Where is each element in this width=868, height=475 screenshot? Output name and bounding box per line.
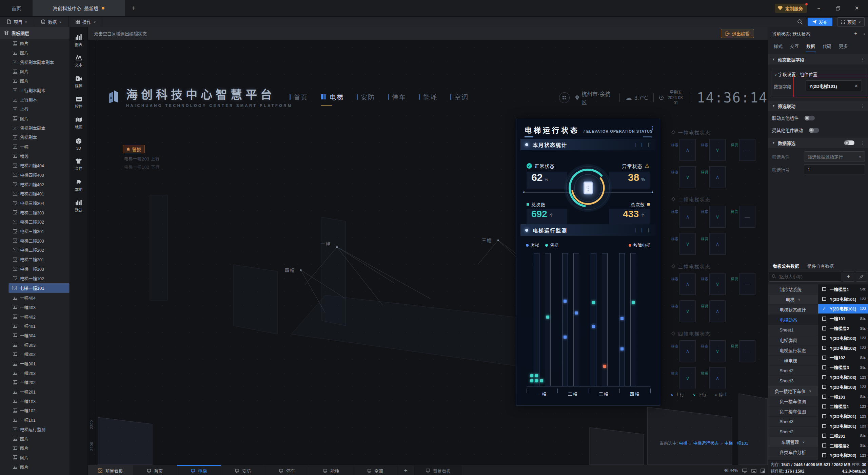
field-row[interactable]: 一幢102Str. bbox=[818, 353, 868, 363]
elevator-card[interactable]: ∧ bbox=[679, 139, 696, 161]
elevator-card[interactable]: ∨ bbox=[679, 300, 696, 322]
checkbox-icon[interactable] bbox=[822, 375, 826, 379]
layer-item[interactable]: 一幢301 bbox=[0, 359, 70, 368]
elevator-card[interactable]: ∨ bbox=[709, 206, 726, 228]
breadcrumb-item[interactable]: 电梯运行状态 bbox=[693, 441, 718, 446]
field-row[interactable]: 一幢楼层3Str. bbox=[818, 362, 868, 372]
elevator-card[interactable]: — bbox=[739, 340, 755, 362]
maximize-button[interactable] bbox=[831, 0, 845, 16]
layer-item[interactable]: 电梯二幢202 bbox=[0, 245, 70, 255]
datasource-item[interactable]: Sheet1 bbox=[768, 325, 818, 335]
link-others-toggle[interactable] bbox=[805, 116, 815, 120]
layer-item[interactable]: 电梯一幢101 bbox=[8, 283, 70, 293]
widget-3D[interactable]: 3D bbox=[70, 134, 87, 154]
layer-item[interactable]: 电梯三幢303 bbox=[0, 208, 70, 217]
page-tab-安防[interactable]: 安防 bbox=[221, 465, 265, 475]
screen-nav-安防[interactable]: 安防 bbox=[357, 92, 375, 101]
minimize-button[interactable]: − bbox=[812, 0, 826, 16]
layer-item[interactable]: 图片 bbox=[0, 76, 70, 86]
checkbox-icon[interactable] bbox=[822, 453, 826, 457]
layer-item[interactable]: A上行副本 bbox=[0, 95, 70, 104]
search-icon[interactable] bbox=[797, 19, 803, 25]
add-datasource-button[interactable]: + bbox=[843, 271, 854, 282]
field-row[interactable]: Y(2D电梯102)123 bbox=[818, 343, 868, 353]
elevator-card[interactable]: ∨ bbox=[679, 367, 696, 389]
layer-item[interactable]: 横线 bbox=[0, 151, 70, 161]
layer-item[interactable]: 电梯一幢103 bbox=[0, 264, 70, 274]
menu-data[interactable]: 数据∨ bbox=[34, 17, 68, 27]
elevator-card[interactable]: — bbox=[739, 273, 755, 295]
field-row[interactable]: Y(3D电梯101)123 bbox=[818, 294, 868, 304]
datasource-item[interactable]: 电梯状态统计 bbox=[768, 305, 818, 315]
layer-item[interactable]: 一幢302 bbox=[0, 349, 70, 359]
layer-item[interactable]: 一幢202 bbox=[0, 378, 70, 387]
layer-item[interactable]: 一幢303 bbox=[0, 340, 70, 349]
checkbox-icon[interactable] bbox=[822, 346, 826, 350]
field-row[interactable]: 一幢楼层1Str. bbox=[818, 284, 868, 294]
inspector-tab-交互[interactable]: 交互 bbox=[786, 42, 803, 52]
layer-item[interactable]: 一幢101 bbox=[0, 415, 70, 425]
field-row[interactable]: Y(3D电梯103)123 bbox=[818, 372, 868, 382]
field-row[interactable]: Y(3D电梯202)123 bbox=[818, 451, 868, 460]
datasource-item[interactable]: 负二楼车位图 bbox=[768, 406, 818, 417]
layer-item[interactable]: 一幢201 bbox=[0, 387, 70, 397]
screen-nav-能耗[interactable]: 能耗 bbox=[419, 92, 437, 101]
layer-item[interactable]: 一幢103 bbox=[0, 396, 70, 406]
close-button[interactable]: ✕ bbox=[850, 0, 864, 16]
expand-states-button[interactable]: › bbox=[864, 31, 865, 36]
tab-project[interactable]: 海创科技中心_最新版 bbox=[33, 0, 125, 16]
layer-item[interactable]: 一幢404 bbox=[0, 293, 70, 303]
widget-地图[interactable]: 地图 bbox=[70, 113, 87, 133]
field-row[interactable]: Y(3D电梯201)123 bbox=[818, 411, 868, 421]
elevator-operation-panel[interactable]: 电梯运行状态 / ELEVATOR OPERATION STATUS ⋮ 本月状… bbox=[516, 119, 660, 406]
tab-home[interactable]: 首页 bbox=[0, 0, 33, 16]
field-row[interactable]: Y(3D电梯102)123 bbox=[818, 333, 868, 343]
datasource-item[interactable]: 电梯运行状态 bbox=[768, 345, 818, 356]
layer-item[interactable]: 一幢203 bbox=[0, 368, 70, 378]
checkbox-icon[interactable] bbox=[822, 414, 826, 418]
elevator-card[interactable]: ∨ bbox=[679, 233, 696, 255]
page-tab-电梯[interactable]: 电梯 bbox=[177, 465, 221, 475]
add-state-button[interactable]: + bbox=[854, 31, 857, 37]
layer-item[interactable]: 电梯四幢401 bbox=[0, 189, 70, 198]
checkbox-icon[interactable] bbox=[822, 404, 826, 408]
layer-item[interactable]: 一幢403 bbox=[0, 303, 70, 312]
elevator-card[interactable]: ∧ bbox=[709, 233, 726, 255]
kebab-menu-icon[interactable]: ⋮ bbox=[861, 57, 865, 62]
field-row[interactable]: 一幢101Str. bbox=[818, 314, 868, 323]
checkbox-icon[interactable] bbox=[822, 395, 826, 399]
background-board-button[interactable]: 背景看板 bbox=[414, 465, 462, 475]
inspector-tab-数据[interactable]: 数据 bbox=[803, 42, 819, 52]
elevator-card[interactable]: ∨ bbox=[709, 139, 726, 161]
datasource-item[interactable]: Sheet3 bbox=[768, 376, 818, 386]
elevator-card[interactable]: ∧ bbox=[709, 300, 726, 322]
datasource-item[interactable]: Sheet2 bbox=[768, 366, 818, 376]
inspector-tab-代码[interactable]: 代码 bbox=[819, 42, 835, 52]
datasource-item[interactable]: 电梯动态 bbox=[768, 315, 818, 325]
elevator-card[interactable]: ∨ bbox=[679, 166, 696, 188]
filter-link-section[interactable]: ▼ 筛选联动 ⋮ bbox=[768, 101, 868, 111]
elevator-card[interactable]: ∧ bbox=[679, 340, 696, 362]
field-row[interactable]: 一幢楼层2Str. bbox=[818, 323, 868, 333]
field-row[interactable]: ✓Y(2D电梯101)123 bbox=[818, 304, 868, 314]
datasource-item[interactable]: Sheet3 bbox=[768, 417, 818, 427]
field-row[interactable]: Y(2D电梯201)123 bbox=[818, 421, 868, 431]
edit-datasource-button[interactable] bbox=[856, 271, 867, 282]
exit-edit-button[interactable]: 退出编辑 bbox=[721, 29, 754, 38]
datasource-group[interactable]: 车辆管理∨ bbox=[768, 437, 818, 447]
filter-row-input[interactable]: 1 bbox=[804, 164, 865, 174]
screen-nav-首页[interactable]: 首页 bbox=[290, 92, 308, 101]
layer-item[interactable]: 一幢102 bbox=[0, 406, 70, 415]
widget-控件[interactable]: 控件 bbox=[70, 93, 87, 112]
keyboard-icon[interactable] bbox=[751, 469, 756, 473]
layer-item[interactable]: 电梯四幢402 bbox=[0, 179, 70, 189]
checkbox-icon[interactable] bbox=[822, 287, 826, 291]
dynamic-fields-section[interactable]: ▼ 动态数据字段 ⋮ bbox=[768, 54, 868, 64]
layer-item[interactable]: 一幢304 bbox=[0, 331, 70, 340]
page-tab-首页[interactable]: 首页 bbox=[133, 465, 177, 475]
add-page-button[interactable]: + bbox=[397, 465, 414, 475]
field-row[interactable]: Y(2D电梯103)123 bbox=[818, 382, 868, 392]
panel-kebab-icon[interactable]: ⋮ bbox=[650, 125, 655, 131]
datasource-item[interactable]: 制冷站系统 bbox=[768, 284, 818, 294]
screen-nav-空调[interactable]: 空调 bbox=[450, 92, 469, 101]
